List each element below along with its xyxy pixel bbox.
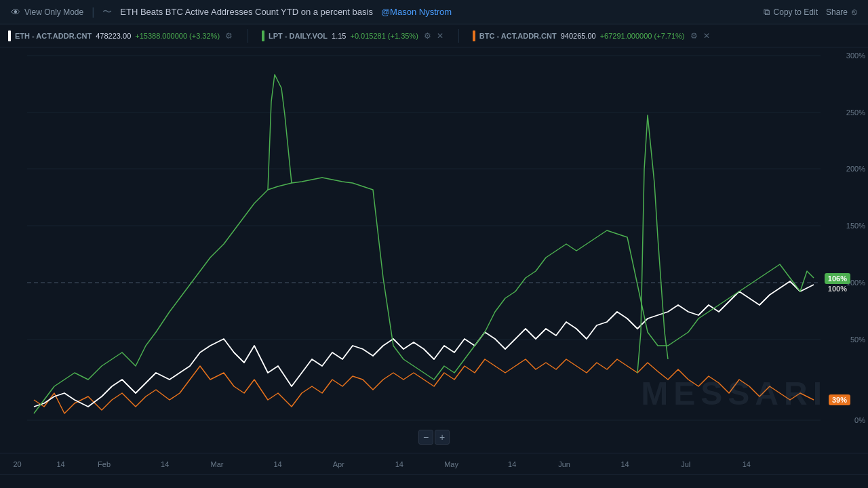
x-label-jun: Jun <box>558 460 570 468</box>
legend-item-btc: BTC - ACT.ADDR.CNT 940265.00 +67291.0000… <box>473 30 711 42</box>
x-label-14-jan: 14 <box>56 460 64 468</box>
legend-bar: ETH - ACT.ADDR.CNT 478223.00 +15388.0000… <box>0 24 868 47</box>
btc-color-indicator <box>473 30 475 41</box>
header-right: ⧉ Copy to Edit Share ⎋ <box>764 7 857 18</box>
y-label-0: 0% <box>854 416 865 424</box>
eth-settings-button[interactable]: ⚙ <box>224 30 234 42</box>
chart-svg <box>0 47 868 453</box>
x-label-14-jul: 14 <box>743 460 751 468</box>
x-label-14-mar: 14 <box>273 460 281 468</box>
header: 👁 View Only Mode | 〜 ETH Beats BTC Activ… <box>0 0 868 24</box>
header-left: 👁 View Only Mode | 〜 ETH Beats BTC Activ… <box>11 6 452 18</box>
copy-to-edit-button[interactable]: ⧉ Copy to Edit <box>764 7 818 18</box>
share-label: Share <box>826 7 848 17</box>
lpt-close-button[interactable]: ✕ <box>435 30 445 42</box>
zoom-out-button[interactable]: − <box>418 430 433 445</box>
btc-legend-change: +67291.000000 (+7.71%) <box>600 32 685 40</box>
x-label-may: May <box>444 460 458 468</box>
legend-item-eth: ETH - ACT.ADDR.CNT 478223.00 +15388.0000… <box>8 30 234 42</box>
eth-legend-change: +15388.000000 (+3.32%) <box>135 32 220 40</box>
x-label-14-may: 14 <box>508 460 516 468</box>
legend-separator-2 <box>458 29 459 43</box>
x-label-14-apr: 14 <box>395 460 403 468</box>
eth-legend-name: ETH - ACT.ADDR.CNT <box>15 32 92 40</box>
x-label-feb: Feb <box>98 460 111 468</box>
btc-end-label: 39% <box>829 394 850 405</box>
chart-type-icon: 〜 <box>102 6 112 18</box>
view-only-badge: 👁 View Only Mode <box>11 7 83 18</box>
eth-legend-controls: ⚙ <box>224 30 234 42</box>
copy-icon: ⧉ <box>764 7 770 18</box>
x-label-14-feb: 14 <box>161 460 169 468</box>
lpt-legend-value: 1.15 <box>332 32 346 40</box>
lpt-legend-controls: ⚙ ✕ <box>422 30 445 42</box>
x-label-14-jun: 14 <box>620 460 629 468</box>
y-label-50: 50% <box>850 336 865 344</box>
btc-legend-controls: ⚙ ✕ <box>689 30 711 42</box>
eth-color-indicator <box>8 30 11 41</box>
y-label-300: 300% <box>846 52 865 60</box>
footer: Powered by Coinmetrics <box>0 474 868 488</box>
zoom-in-button[interactable]: + <box>435 430 450 445</box>
chart-title: ETH Beats BTC Active Addresses Count YTD… <box>120 7 373 17</box>
x-label-apr: Apr <box>333 460 344 468</box>
legend-item-lpt: LPT - DAILY.VOL 1.15 +0.015281 (+1.35%) … <box>262 30 445 42</box>
lpt-settings-button[interactable]: ⚙ <box>422 30 433 42</box>
zoom-controls: − + <box>418 430 450 445</box>
lpt-legend-change: +0.015281 (+1.35%) <box>350 32 418 40</box>
eye-icon: 👁 <box>11 7 20 18</box>
lpt-end-label: 106% <box>825 273 850 284</box>
btc-legend-name: BTC - ACT.ADDR.CNT <box>479 32 557 40</box>
x-label-mar: Mar <box>211 460 224 468</box>
share-icon: ⎋ <box>852 7 857 17</box>
author-link[interactable]: @Mason Nystrom <box>381 7 452 17</box>
chart-area[interactable]: 300% 250% 200% 150% 100% 50% 0% 106% 100… <box>0 47 868 453</box>
btc-settings-button[interactable]: ⚙ <box>689 30 699 42</box>
legend-separator-1 <box>248 29 248 43</box>
lpt-legend-name: LPT - DAILY.VOL <box>269 32 328 40</box>
eth-legend-value: 478223.00 <box>96 32 131 40</box>
x-axis: 20 14 Feb 14 Mar 14 Apr 14 May 14 Jun 14… <box>0 453 868 474</box>
copy-label: Copy to Edit <box>774 7 818 17</box>
lpt-color-indicator <box>262 30 264 41</box>
divider-icon: | <box>92 6 94 18</box>
eth-end-label: 100% <box>825 283 850 294</box>
share-button[interactable]: Share ⎋ <box>826 7 857 17</box>
y-label-200: 200% <box>846 165 865 173</box>
view-only-label: View Only Mode <box>24 7 83 17</box>
x-label-20: 20 <box>13 460 21 468</box>
btc-close-button[interactable]: ✕ <box>702 30 711 42</box>
y-label-150: 150% <box>846 222 865 230</box>
x-label-jul: Jul <box>681 460 690 468</box>
y-label-250: 250% <box>846 108 865 117</box>
btc-legend-value: 940265.00 <box>561 32 596 40</box>
